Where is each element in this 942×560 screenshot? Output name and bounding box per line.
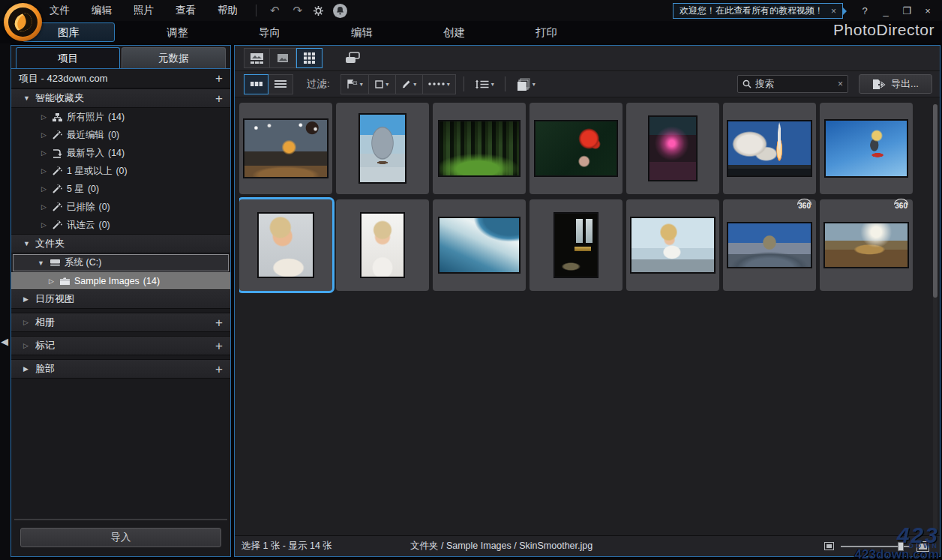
color-label-filter-button[interactable]: ▾	[422, 75, 455, 94]
title-bar: 文件编辑照片查看帮助 ↶ ↷ 欢迎您！在此查看所有的教程视频！ × ? _ ❐ …	[0, 0, 942, 21]
scrollbar-thumb[interactable]	[933, 104, 938, 298]
photo-boat[interactable]	[336, 103, 429, 194]
item-count: (0)	[99, 220, 110, 230]
sidebar-tabs: 项目元数据	[11, 47, 230, 69]
library-view-button[interactable]	[244, 48, 270, 68]
module-tab[interactable]: 编辑	[316, 23, 408, 41]
folder-drive-item[interactable]: ▼系统 (C:)	[13, 254, 229, 271]
expand-arrow-icon: ▼	[23, 94, 35, 102]
module-tab[interactable]: 导向	[224, 23, 316, 41]
photo-skater[interactable]	[820, 103, 913, 194]
tree-section[interactable]: ▼文件夹	[11, 234, 230, 253]
search-input[interactable]	[755, 79, 838, 89]
stack-mode-button[interactable]: ▾	[513, 75, 538, 94]
caret-down-icon: ▾	[386, 81, 388, 88]
welcome-close-icon[interactable]: ×	[831, 6, 836, 16]
filter-label: 过滤:	[307, 77, 330, 91]
thumbnail-mode-button[interactable]	[244, 74, 268, 94]
smart-collection-item[interactable]: ▷最新导入(14)	[11, 144, 230, 162]
photo-basketball[interactable]	[239, 103, 332, 194]
photo-thumbnail	[258, 213, 314, 277]
add-project-button[interactable]: +	[215, 72, 223, 85]
thumbnail-size-slider[interactable]	[841, 541, 910, 552]
sidebar-tab[interactable]: 元数据	[122, 47, 226, 68]
grid-view-button[interactable]	[296, 48, 322, 68]
dual-display-icon[interactable]	[339, 48, 365, 68]
photo-woman-beach[interactable]	[626, 199, 719, 291]
caret-down-icon: ▾	[532, 81, 536, 88]
module-tabs: 图库调整导向编辑创建打印	[22, 22, 592, 42]
expand-arrow-icon: ▷	[49, 277, 59, 285]
photo-neon[interactable]	[626, 103, 719, 194]
filter-toolbar: 过滤: ▾ ▾ ▾ ▾ ▾ ▾	[235, 71, 940, 97]
smart-collection-item[interactable]: ▷已排除(0)	[11, 198, 230, 216]
settings-gear-icon[interactable]	[313, 5, 324, 16]
photo-forest[interactable]	[433, 103, 526, 194]
folder-item-selected[interactable]: ▷Sample Images(14)	[11, 272, 230, 289]
sort-order-button[interactable]: ▾	[472, 75, 497, 94]
large-thumbnail-icon[interactable]	[916, 541, 929, 552]
tree-section[interactable]: ▷标记+	[11, 336, 230, 355]
menu-divider	[256, 4, 256, 16]
current-photo-path: 文件夹 / Sample Images / SkinSmoother.jpg	[410, 540, 592, 553]
collapse-sidebar-icon[interactable]: ◀	[1, 336, 8, 347]
section-label: 相册	[35, 316, 55, 329]
photo-window[interactable]	[530, 199, 622, 291]
photo-rocket[interactable]	[723, 103, 816, 194]
photo-woman-smile[interactable]	[239, 199, 332, 291]
expand-arrow-icon: ▷	[41, 185, 52, 193]
single-view-button[interactable]	[270, 48, 296, 68]
photo-pano-desert[interactable]: 360	[820, 199, 913, 291]
add-button[interactable]: +	[215, 316, 223, 329]
undo-icon[interactable]: ↶	[270, 4, 280, 17]
module-tab[interactable]: 调整	[131, 23, 224, 41]
welcome-text: 欢迎您！在此查看所有的教程视频！	[680, 4, 824, 17]
photo-maple[interactable]	[530, 103, 622, 194]
add-button[interactable]: +	[215, 363, 223, 376]
smart-collection-item[interactable]: ▷最近编辑(0)	[11, 126, 230, 144]
tree-section[interactable]: ▶日历视图	[11, 289, 230, 309]
flag-filter-button[interactable]: ▾	[341, 75, 368, 94]
add-button[interactable]: +	[215, 340, 223, 352]
edited-filter-button[interactable]: ▾	[395, 75, 422, 94]
search-box: ×	[737, 75, 848, 93]
redo-icon[interactable]: ↷	[293, 4, 303, 17]
item-count: (14)	[143, 276, 160, 286]
module-tab[interactable]: 打印	[500, 23, 592, 41]
close-button[interactable]: ×	[918, 5, 938, 16]
list-mode-button[interactable]	[268, 74, 293, 94]
notification-bell-icon[interactable]	[333, 4, 347, 18]
module-tab[interactable]: 创建	[408, 23, 500, 41]
help-button[interactable]: ?	[855, 5, 874, 16]
import-button[interactable]: 导入	[20, 528, 221, 547]
rating-filter-button[interactable]: ▾	[368, 75, 395, 94]
small-thumbnail-icon[interactable]	[824, 542, 834, 550]
add-button[interactable]: +	[215, 92, 223, 105]
smart-collection-item[interactable]: ▷所有照片(14)	[11, 108, 230, 126]
search-clear-icon[interactable]: ×	[838, 79, 843, 89]
menu-item[interactable]: 帮助	[218, 4, 238, 17]
item-count: (0)	[116, 166, 127, 176]
menu-item[interactable]: 编辑	[92, 4, 112, 17]
menu-item[interactable]: 查看	[176, 4, 196, 17]
slider-handle[interactable]	[898, 542, 904, 551]
sidebar-tab[interactable]: 项目	[16, 47, 120, 68]
expand-arrow-icon: ▷	[41, 203, 52, 211]
smart-collection-item[interactable]: ▷5 星(0)	[11, 180, 230, 198]
menu-item[interactable]: 文件	[50, 4, 70, 17]
photo-wave[interactable]	[433, 199, 526, 291]
menu-item[interactable]: 照片	[134, 4, 154, 17]
photo-pano-canyon[interactable]: 360	[723, 199, 816, 291]
export-button[interactable]: 导出...	[859, 74, 932, 94]
grid-scrollbar[interactable]	[933, 104, 938, 532]
maximize-button[interactable]: ❐	[897, 5, 916, 16]
tree-section[interactable]: ▶脸部+	[11, 359, 230, 379]
item-count: (14)	[108, 112, 124, 122]
smart-collection-item[interactable]: ▷讯连云(0)	[11, 216, 230, 234]
photo-woman-laugh[interactable]	[336, 199, 429, 291]
tree-section[interactable]: ▷相册+	[11, 313, 230, 332]
smart-collection-item[interactable]: ▷1 星或以上(0)	[11, 162, 230, 180]
minimize-button[interactable]: _	[876, 5, 896, 16]
tree-section[interactable]: ▼智能收藏夹+	[11, 88, 230, 108]
main-panel: 过滤: ▾ ▾ ▾ ▾ ▾ ▾	[234, 45, 940, 557]
